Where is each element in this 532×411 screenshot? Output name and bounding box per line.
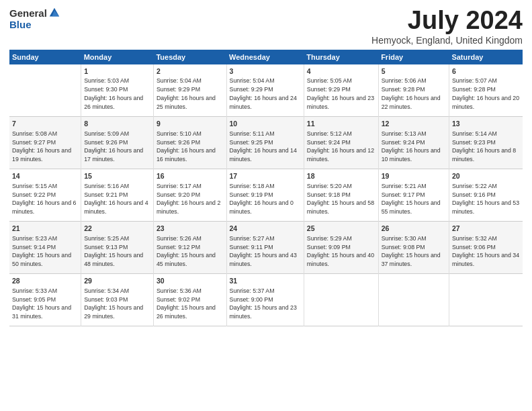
header-row-days: Sunday Monday Tuesday Wednesday Thursday… <box>9 50 523 64</box>
day-number: 31 <box>230 276 301 286</box>
day-number: 6 <box>452 66 520 77</box>
day-number: 29 <box>84 276 150 286</box>
calendar-cell: 15Sunrise: 5:16 AM Sunset: 9:21 PM Dayli… <box>81 169 154 222</box>
calendar-cell: 16Sunrise: 5:17 AM Sunset: 9:20 PM Dayli… <box>153 169 226 222</box>
calendar-cell: 18Sunrise: 5:20 AM Sunset: 9:18 PM Dayli… <box>304 169 378 222</box>
calendar-cell: 2Sunrise: 5:04 AM Sunset: 9:29 PM Daylig… <box>153 64 226 117</box>
day-info: Sunrise: 5:29 AM Sunset: 9:09 PM Dayligh… <box>307 234 375 269</box>
calendar-cell: 17Sunrise: 5:18 AM Sunset: 9:19 PM Dayli… <box>226 169 304 222</box>
header-sunday: Sunday <box>9 50 81 64</box>
day-number: 21 <box>12 224 78 234</box>
day-number: 13 <box>452 119 520 129</box>
day-info: Sunrise: 5:18 AM Sunset: 9:19 PM Dayligh… <box>230 182 301 216</box>
calendar-cell: 11Sunrise: 5:12 AM Sunset: 9:24 PM Dayli… <box>304 117 378 169</box>
calendar-cell: 23Sunrise: 5:26 AM Sunset: 9:12 PM Dayli… <box>153 222 226 274</box>
day-info: Sunrise: 5:03 AM Sunset: 9:30 PM Dayligh… <box>84 77 150 111</box>
day-info: Sunrise: 5:22 AM Sunset: 9:16 PM Dayligh… <box>452 182 520 216</box>
day-number: 4 <box>307 66 375 77</box>
day-number: 16 <box>157 171 224 181</box>
calendar-cell: 20Sunrise: 5:22 AM Sunset: 9:16 PM Dayli… <box>449 169 523 222</box>
day-info: Sunrise: 5:07 AM Sunset: 9:28 PM Dayligh… <box>452 77 520 111</box>
calendar-week-2: 14Sunrise: 5:15 AM Sunset: 9:22 PM Dayli… <box>9 169 523 222</box>
day-info: Sunrise: 5:27 AM Sunset: 9:11 PM Dayligh… <box>230 234 301 269</box>
day-number: 12 <box>382 119 446 129</box>
day-number: 20 <box>452 171 520 181</box>
calendar-week-0: 1Sunrise: 5:03 AM Sunset: 9:30 PM Daylig… <box>9 64 523 117</box>
day-info: Sunrise: 5:23 AM Sunset: 9:14 PM Dayligh… <box>12 234 78 269</box>
calendar-cell: 14Sunrise: 5:15 AM Sunset: 9:22 PM Dayli… <box>9 169 81 222</box>
location-title: Hemyock, England, United Kingdom <box>371 35 523 46</box>
header-friday: Friday <box>378 50 449 64</box>
calendar-table: Sunday Monday Tuesday Wednesday Thursday… <box>9 50 523 327</box>
day-info: Sunrise: 5:13 AM Sunset: 9:24 PM Dayligh… <box>382 130 446 164</box>
day-number: 18 <box>307 171 375 181</box>
day-info: Sunrise: 5:16 AM Sunset: 9:21 PM Dayligh… <box>84 182 150 216</box>
calendar-cell: 6Sunrise: 5:07 AM Sunset: 9:28 PM Daylig… <box>449 64 523 117</box>
header-row: General Blue July 2024 Hemyock, England,… <box>9 7 523 46</box>
day-info: Sunrise: 5:17 AM Sunset: 9:20 PM Dayligh… <box>157 182 224 216</box>
calendar-cell: 30Sunrise: 5:36 AM Sunset: 9:02 PM Dayli… <box>153 274 226 326</box>
day-number: 8 <box>84 119 150 129</box>
day-info: Sunrise: 5:36 AM Sunset: 9:02 PM Dayligh… <box>157 287 224 321</box>
day-number: 17 <box>230 171 301 181</box>
day-info: Sunrise: 5:11 AM Sunset: 9:25 PM Dayligh… <box>230 130 301 164</box>
calendar-cell <box>378 274 449 326</box>
day-info: Sunrise: 5:37 AM Sunset: 9:00 PM Dayligh… <box>230 287 301 321</box>
day-info: Sunrise: 5:21 AM Sunset: 9:17 PM Dayligh… <box>382 182 446 216</box>
logo-general-text: General <box>9 7 47 19</box>
calendar-cell: 27Sunrise: 5:32 AM Sunset: 9:06 PM Dayli… <box>449 222 523 274</box>
day-number: 19 <box>382 171 446 181</box>
calendar-cell <box>9 64 81 117</box>
logo-icon <box>48 7 60 19</box>
day-number: 1 <box>84 66 150 77</box>
calendar-cell: 22Sunrise: 5:25 AM Sunset: 9:13 PM Dayli… <box>81 222 154 274</box>
month-title: July 2024 <box>371 7 523 35</box>
calendar-cell: 9Sunrise: 5:10 AM Sunset: 9:26 PM Daylig… <box>153 117 226 169</box>
calendar-container: General Blue July 2024 Hemyock, England,… <box>0 0 532 411</box>
day-number: 5 <box>382 66 446 77</box>
calendar-body: 1Sunrise: 5:03 AM Sunset: 9:30 PM Daylig… <box>9 64 523 326</box>
day-info: Sunrise: 5:20 AM Sunset: 9:18 PM Dayligh… <box>307 182 375 216</box>
day-number: 28 <box>12 276 78 286</box>
day-info: Sunrise: 5:34 AM Sunset: 9:03 PM Dayligh… <box>84 287 150 321</box>
calendar-cell: 19Sunrise: 5:21 AM Sunset: 9:17 PM Dayli… <box>378 169 449 222</box>
day-number: 30 <box>157 276 224 286</box>
day-info: Sunrise: 5:09 AM Sunset: 9:26 PM Dayligh… <box>84 130 150 164</box>
day-number: 11 <box>307 119 375 129</box>
day-number: 23 <box>157 224 224 234</box>
logo: General Blue <box>9 7 60 31</box>
calendar-week-1: 7Sunrise: 5:08 AM Sunset: 9:27 PM Daylig… <box>9 117 523 169</box>
day-number: 25 <box>307 224 375 234</box>
day-info: Sunrise: 5:32 AM Sunset: 9:06 PM Dayligh… <box>452 234 520 269</box>
calendar-cell: 31Sunrise: 5:37 AM Sunset: 9:00 PM Dayli… <box>226 274 304 326</box>
calendar-cell: 8Sunrise: 5:09 AM Sunset: 9:26 PM Daylig… <box>81 117 154 169</box>
day-info: Sunrise: 5:05 AM Sunset: 9:29 PM Dayligh… <box>307 77 375 111</box>
day-number: 9 <box>157 119 224 129</box>
day-info: Sunrise: 5:08 AM Sunset: 9:27 PM Dayligh… <box>12 130 78 164</box>
day-info: Sunrise: 5:33 AM Sunset: 9:05 PM Dayligh… <box>12 287 78 321</box>
calendar-cell: 13Sunrise: 5:14 AM Sunset: 9:23 PM Dayli… <box>449 117 523 169</box>
calendar-cell: 26Sunrise: 5:30 AM Sunset: 9:08 PM Dayli… <box>378 222 449 274</box>
calendar-cell: 10Sunrise: 5:11 AM Sunset: 9:25 PM Dayli… <box>226 117 304 169</box>
day-info: Sunrise: 5:10 AM Sunset: 9:26 PM Dayligh… <box>157 130 224 164</box>
calendar-cell: 28Sunrise: 5:33 AM Sunset: 9:05 PM Dayli… <box>9 274 81 326</box>
day-number: 10 <box>230 119 301 129</box>
calendar-cell: 21Sunrise: 5:23 AM Sunset: 9:14 PM Dayli… <box>9 222 81 274</box>
calendar-cell: 29Sunrise: 5:34 AM Sunset: 9:03 PM Dayli… <box>81 274 154 326</box>
day-number: 24 <box>230 224 301 234</box>
header-monday: Monday <box>81 50 154 64</box>
header-saturday: Saturday <box>449 50 523 64</box>
day-number: 2 <box>157 66 224 77</box>
calendar-cell: 24Sunrise: 5:27 AM Sunset: 9:11 PM Dayli… <box>226 222 304 274</box>
day-number: 7 <box>12 119 78 129</box>
day-info: Sunrise: 5:15 AM Sunset: 9:22 PM Dayligh… <box>12 182 78 216</box>
calendar-header: Sunday Monday Tuesday Wednesday Thursday… <box>9 50 523 64</box>
calendar-cell: 7Sunrise: 5:08 AM Sunset: 9:27 PM Daylig… <box>9 117 81 169</box>
calendar-cell: 3Sunrise: 5:04 AM Sunset: 9:29 PM Daylig… <box>226 64 304 117</box>
title-section: July 2024 Hemyock, England, United Kingd… <box>371 7 523 46</box>
header-thursday: Thursday <box>304 50 378 64</box>
calendar-cell <box>449 274 523 326</box>
day-info: Sunrise: 5:04 AM Sunset: 9:29 PM Dayligh… <box>230 77 301 111</box>
day-info: Sunrise: 5:25 AM Sunset: 9:13 PM Dayligh… <box>84 234 150 269</box>
calendar-cell: 1Sunrise: 5:03 AM Sunset: 9:30 PM Daylig… <box>81 64 154 117</box>
